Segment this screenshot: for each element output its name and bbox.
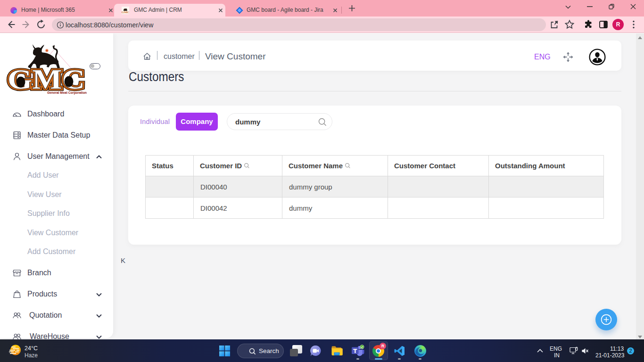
svg-text:GMC: GMC — [122, 10, 129, 14]
svg-text:General Meat Corporation: General Meat Corporation — [47, 90, 87, 95]
